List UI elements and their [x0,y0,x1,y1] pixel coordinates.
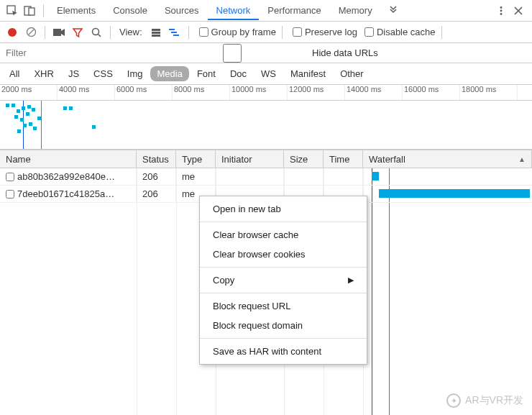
type-filter-manifest[interactable]: Manifest [284,66,332,81]
close-icon[interactable] [510,3,526,19]
preserve-log-checkbox[interactable]: Preserve log [293,27,357,37]
separator [43,4,44,17]
menu-item-copy[interactable]: Copy▶ [200,270,367,290]
svg-rect-11 [152,35,160,37]
svg-rect-7 [53,29,61,36]
camera-icon[interactable] [51,24,67,40]
submenu-arrow-icon: ▶ [348,275,354,285]
type-filter-font[interactable]: Font [191,66,222,81]
timeline-tick: 16000 ms [403,85,460,100]
separator [110,26,111,39]
device-toggle-icon[interactable] [22,3,37,19]
type-filter-doc[interactable]: Doc [224,66,253,81]
col-time[interactable]: Time [324,150,363,168]
timeline-tick: 4000 ms [58,85,115,100]
table-row[interactable]: ab80b362a992e840e… 206 me [0,168,532,186]
separator [282,26,283,39]
svg-rect-2 [29,8,35,15]
tab-memory[interactable]: Memory [330,1,381,20]
col-waterfall[interactable]: Waterfall▲ [363,150,532,168]
type-filter-row: AllXHRJSCSSImgMediaFontDocWSManifestOthe… [0,63,532,85]
menu-item-clear-browser-cookies[interactable]: Clear browser cookies [200,245,367,264]
menu-item-open-in-new-tab[interactable]: Open in new tab [200,199,367,219]
svg-point-3 [500,6,503,9]
menu-separator [200,267,367,268]
separator [45,26,45,39]
timeline-tick: 6000 ms [115,85,173,100]
svg-rect-12 [169,29,175,30]
timeline-tick: 8000 ms [173,85,230,100]
filter-row: Hide data URLs [0,43,532,63]
separator [441,26,442,39]
col-type[interactable]: Type [176,150,216,168]
col-status[interactable]: Status [137,150,176,168]
type-filter-js[interactable]: JS [62,66,86,81]
col-initiator[interactable]: Initiator [216,150,284,168]
clear-icon[interactable] [23,24,39,40]
type-filter-css[interactable]: CSS [87,66,119,81]
disable-cache-checkbox[interactable]: Disable cache [364,27,436,37]
tab-console[interactable]: Console [104,1,156,20]
type-filter-xhr[interactable]: XHR [27,66,60,81]
menu-separator [200,293,367,293]
row-checkbox[interactable] [6,190,14,199]
kebab-menu-icon[interactable] [493,3,509,19]
tab-elements[interactable]: Elements [48,1,104,20]
type-filter-img[interactable]: Img [121,66,150,81]
timeline-tick: 18000 ms [460,85,518,100]
menu-item-clear-browser-cache[interactable]: Clear browser cache [200,225,367,245]
tab-network[interactable]: Network [208,1,260,20]
type-filter-media[interactable]: Media [150,66,188,81]
network-toolbar: View: Group by frame Preserve log Disabl… [0,22,532,43]
hide-data-urls-checkbox[interactable]: Hide data URLs [157,44,378,63]
svg-rect-9 [152,29,160,31]
svg-rect-10 [152,32,160,34]
row-checkbox[interactable] [6,173,14,181]
tab-performance[interactable]: Performance [259,1,329,20]
type-filter-ws[interactable]: WS [254,66,283,81]
filter-icon[interactable] [70,24,86,40]
menu-separator [200,222,367,222]
tab-sources[interactable]: Sources [156,1,208,20]
network-table-header: Name Status Type Initiator Size Time Wat… [0,150,532,168]
search-icon[interactable] [88,24,104,40]
watermark-icon: ✦ [446,393,461,408]
type-filter-other[interactable]: Other [334,66,370,81]
col-size[interactable]: Size [284,150,324,168]
context-menu: Open in new tabClear browser cacheClear … [199,196,367,365]
sort-asc-icon: ▲ [518,155,526,163]
group-by-frame-checkbox[interactable]: Group by frame [199,27,276,37]
inspect-icon[interactable] [4,3,20,19]
svg-point-4 [500,9,503,12]
record-button[interactable] [4,24,20,40]
svg-rect-14 [173,35,179,36]
svg-point-8 [93,28,99,35]
menu-item-block-request-url[interactable]: Block request URL [200,296,367,316]
type-filter-all[interactable]: All [3,66,26,81]
menu-item-save-as-har-with-content[interactable]: Save as HAR with content [200,342,367,361]
svg-point-5 [500,13,503,15]
timeline-overview[interactable]: 2000 ms4000 ms6000 ms8000 ms10000 ms1200… [0,85,532,150]
filter-input[interactable] [0,44,151,63]
separator [188,26,189,39]
col-name[interactable]: Name [0,150,137,168]
more-tabs-icon[interactable] [385,3,401,19]
devtools-tabbar: ElementsConsoleSourcesNetworkPerformance… [0,0,532,22]
menu-separator [200,338,367,339]
view-label: View: [119,27,142,37]
timeline-tick: 10000 ms [230,85,288,100]
timeline-tick: 14000 ms [345,85,403,100]
timeline-tick: 2000 ms [0,85,58,100]
svg-rect-13 [171,32,177,33]
timeline-tick: 12000 ms [288,85,345,100]
watermark: ✦ AR与VR开发 [446,393,523,408]
large-rows-icon[interactable] [148,24,164,40]
waterfall-view-icon[interactable] [167,24,183,40]
menu-item-block-request-domain[interactable]: Block request domain [200,316,367,335]
